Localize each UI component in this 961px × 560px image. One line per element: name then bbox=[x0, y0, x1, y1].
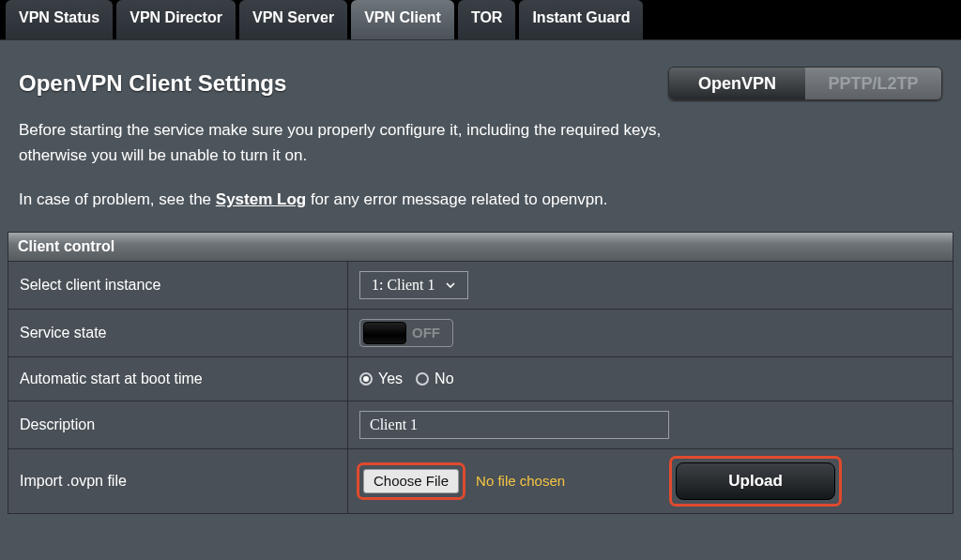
row-service-state: Service state OFF bbox=[8, 309, 953, 356]
client-instance-select[interactable]: 1: Client 1 bbox=[359, 271, 468, 299]
intro-line-2: otherwise you will be unable to turn it … bbox=[19, 143, 942, 168]
intro-line-3b: for any error message related to openvpn… bbox=[306, 190, 607, 208]
autostart-yes-radio[interactable]: Yes bbox=[359, 371, 403, 387]
toggle-knob bbox=[363, 322, 406, 344]
row-description: Description bbox=[8, 401, 953, 448]
radio-checked-icon bbox=[359, 372, 373, 386]
tab-instant-guard[interactable]: Instant Guard bbox=[519, 0, 643, 39]
radio-unchecked-icon bbox=[416, 372, 429, 386]
service-state-toggle[interactable]: OFF bbox=[359, 319, 453, 347]
file-status-text: No file chosen bbox=[476, 473, 565, 489]
autostart-no-radio[interactable]: No bbox=[416, 371, 453, 387]
row-import-ovpn: Import .ovpn file Choose File No file ch… bbox=[8, 448, 953, 513]
segment-pptp-l2tp[interactable]: PPTP/L2TP bbox=[805, 68, 941, 99]
system-log-link[interactable]: System Log bbox=[216, 190, 306, 208]
client-control-table: Client control Select client instance 1:… bbox=[8, 232, 953, 514]
tab-bar: VPN Status VPN Director VPN Server VPN C… bbox=[0, 0, 961, 39]
label-import-ovpn: Import .ovpn file bbox=[8, 449, 348, 513]
intro-line-1: Before starting the service make sure yo… bbox=[19, 117, 942, 143]
intro-text: Before starting the service make sure yo… bbox=[0, 110, 961, 213]
row-select-instance: Select client instance 1: Client 1 bbox=[8, 261, 953, 309]
settings-panel: OpenVPN Client Settings OpenVPN PPTP/L2T… bbox=[0, 39, 961, 560]
upload-button[interactable]: Upload bbox=[676, 462, 835, 500]
intro-line-3a: In case of problem, see the bbox=[19, 190, 216, 208]
page-title: OpenVPN Client Settings bbox=[19, 70, 286, 97]
tab-vpn-server[interactable]: VPN Server bbox=[239, 0, 347, 39]
description-input[interactable] bbox=[359, 411, 669, 439]
tab-vpn-director[interactable]: VPN Director bbox=[116, 0, 236, 39]
label-description: Description bbox=[8, 401, 348, 448]
tab-vpn-client[interactable]: VPN Client bbox=[351, 0, 454, 39]
segment-openvpn[interactable]: OpenVPN bbox=[669, 68, 805, 99]
toggle-off-label: OFF bbox=[412, 325, 440, 341]
tab-vpn-status[interactable]: VPN Status bbox=[6, 0, 113, 39]
client-instance-value: 1: Client 1 bbox=[372, 277, 435, 294]
row-auto-start: Automatic start at boot time Yes No bbox=[8, 356, 953, 401]
protocol-switch: OpenVPN PPTP/L2TP bbox=[668, 67, 942, 100]
autostart-yes-label: Yes bbox=[378, 371, 403, 387]
label-select-instance: Select client instance bbox=[8, 262, 348, 309]
table-header: Client control bbox=[8, 233, 953, 261]
tab-tor[interactable]: TOR bbox=[458, 0, 515, 39]
autostart-no-label: No bbox=[435, 371, 453, 387]
choose-file-button[interactable]: Choose File bbox=[363, 469, 459, 493]
chevron-down-icon bbox=[445, 280, 456, 291]
label-auto-start: Automatic start at boot time bbox=[8, 357, 348, 401]
label-service-state: Service state bbox=[8, 310, 348, 356]
